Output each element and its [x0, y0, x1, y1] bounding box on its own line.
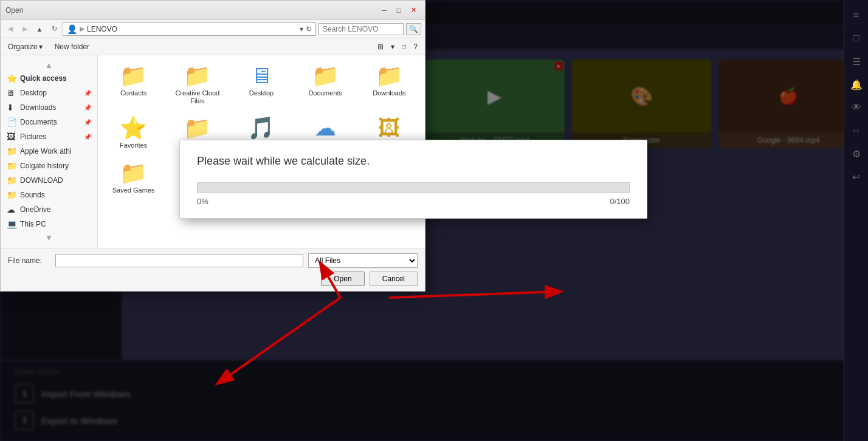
dialog-minimize-button[interactable]: ─	[377, 4, 391, 17]
media-item-3[interactable]: 🎨 Kinemaster	[572, 60, 712, 148]
progress-bar-container	[197, 182, 630, 193]
left-nav-apple-work[interactable]: 📁 Apple Work athi	[1, 144, 97, 159]
export-to-windows-row[interactable]: ⬆ Export to Windows	[15, 407, 853, 434]
documents-icon: 📄	[7, 117, 16, 127]
pin-icon-pictures: 📌	[84, 134, 91, 140]
creative-cloud-icon: 📁	[184, 65, 211, 87]
left-nav-onedrive[interactable]: ☁ OneDrive	[1, 202, 97, 217]
left-nav-this-pc[interactable]: 💻 This PC	[1, 217, 97, 231]
progress-labels: 0% 0/100	[197, 197, 630, 206]
progress-count: 0/100	[610, 197, 630, 206]
right-sidebar: ≡ □ ☰ 🔔 👁 ↔ ⚙ ↩	[844, 0, 868, 441]
pin-icon-desktop: 📌	[84, 90, 91, 97]
left-nav-sounds[interactable]: 📁 Sounds	[1, 188, 97, 202]
dialog-title: Open	[5, 6, 23, 15]
nav-refresh-button[interactable]: ↻	[48, 23, 60, 35]
right-sidebar-icon-4[interactable]: 👁	[847, 98, 866, 117]
pictures-folder-icon: 🖼	[378, 117, 400, 139]
saved-games-label: Saved Games	[112, 186, 155, 194]
right-sidebar-icon-3[interactable]: 🔔	[847, 75, 866, 94]
favorites-icon: ⭐	[120, 117, 147, 139]
dialog-nav-bar: ◀ ▶ ▲ ↻ 👤 ▶ LENOVO ▾ ↻ 🔍	[1, 20, 425, 38]
favorites-label: Favorites	[120, 142, 147, 149]
open-button[interactable]: Open	[321, 272, 364, 286]
left-nav-documents[interactable]: 📄 Documents 📌	[1, 115, 97, 129]
dialog-close-button[interactable]: ✕	[407, 4, 420, 17]
filetype-select[interactable]: All Files	[308, 253, 418, 268]
right-sidebar-icon-0[interactable]: ≡	[847, 6, 866, 24]
organize-button[interactable]: Organize ▾	[5, 41, 45, 52]
progress-message: Please wait while we calculate size.	[197, 155, 630, 168]
address-bar[interactable]: 👤 ▶ LENOVO ▾ ↻	[63, 22, 316, 36]
right-sidebar-icon-2[interactable]: ☰	[847, 52, 866, 70]
filename-label: File name:	[8, 256, 50, 265]
file-item-saved-games[interactable]: 📁 Saved Games	[104, 159, 163, 198]
music-icon: 🎵	[247, 117, 275, 139]
file-item-desktop[interactable]: 🖥 Desktop	[232, 61, 291, 109]
scroll-down-indicator: ▼	[1, 231, 97, 244]
file-item-favorites[interactable]: ⭐ Favorites	[104, 114, 163, 153]
quick-access-icon: ⭐	[7, 74, 16, 83]
nav-forward-button[interactable]: ▶	[19, 23, 31, 35]
this-pc-icon: 💻	[7, 219, 16, 229]
left-nav-colgate[interactable]: 📁 Colgate history	[1, 159, 97, 173]
search-input[interactable]	[319, 23, 404, 35]
file-item-documents[interactable]: 📁 Documents	[296, 61, 355, 109]
dialog-action-row: Open Cancel	[8, 272, 418, 286]
media-item-4[interactable]: 🍎 Google - 9684.mp4	[718, 60, 858, 148]
dialog-toolbar: Organize ▾ New folder ⊞ ▾ □ ?	[1, 38, 425, 55]
import-from-windows-row[interactable]: ⬇ Import From Windows	[15, 380, 853, 407]
view-details-button[interactable]: ▾	[388, 41, 397, 52]
new-folder-button[interactable]: New folder	[52, 41, 92, 52]
view-toggle-button[interactable]: ⊞	[375, 41, 386, 52]
documents-label: Documents	[308, 89, 342, 97]
media-title-4: Google - 9684.mp4	[718, 132, 858, 148]
address-icon: 👤	[67, 24, 77, 34]
apple-work-icon: 📁	[7, 146, 16, 156]
desktop-label: Desktop	[249, 89, 274, 97]
downloads-folder-icon: 📁	[376, 65, 403, 87]
right-sidebar-icon-7[interactable]: ↩	[847, 168, 866, 186]
desktop-folder-icon: 🖥	[250, 65, 272, 87]
media-item-2[interactable]: ▶ ● Youtube - 27477.mp4	[425, 60, 565, 148]
export-to-windows-label: Export to Windows	[41, 415, 117, 426]
preview-button[interactable]: □	[399, 41, 408, 52]
import-export-label: Import / Export	[15, 368, 853, 375]
cancel-button[interactable]: Cancel	[370, 272, 418, 286]
dialog-maximize-button[interactable]: □	[392, 4, 405, 17]
address-dropdown-button[interactable]: ▾	[300, 25, 303, 33]
contacts-folder-label: Contacts	[120, 89, 146, 97]
colgate-icon: 📁	[7, 161, 16, 171]
onedrive-icon: ☁	[7, 205, 16, 214]
dialog-titlebar: Open ─ □ ✕	[1, 1, 425, 20]
search-button[interactable]: 🔍	[406, 23, 421, 35]
file-item-contacts[interactable]: 📁 Contacts	[104, 61, 163, 109]
filename-row: File name: All Files	[8, 253, 418, 268]
saved-games-icon: 📁	[120, 162, 147, 184]
scroll-up-indicator: ▲	[1, 59, 97, 71]
nav-up-button[interactable]: ▲	[33, 23, 46, 35]
left-nav-pictures[interactable]: 🖼 Pictures 📌	[1, 129, 97, 144]
left-nav-desktop[interactable]: 🖥 Desktop 📌	[1, 86, 97, 100]
downloads-label: Downloads	[373, 89, 405, 97]
left-nav-download-folder[interactable]: 📁 DOWNLOAD	[1, 173, 97, 188]
file-item-downloads[interactable]: 📁 Downloads	[360, 61, 419, 109]
address-refresh-button[interactable]: ↻	[306, 25, 312, 33]
creative-cloud-label: Creative Cloud Files	[171, 89, 223, 105]
filename-input[interactable]	[55, 254, 303, 267]
left-nav-downloads[interactable]: ⬇ Downloads 📌	[1, 100, 97, 115]
pin-icon-downloads: 📌	[84, 104, 91, 111]
right-sidebar-icon-6[interactable]: ⚙	[847, 145, 866, 163]
import-icon: ⬇	[15, 384, 34, 403]
dialog-left-nav: ▲ ⭐ Quick access 🖥 Desktop 📌 ⬇ Downloads…	[1, 55, 98, 248]
address-path: LENOVO	[87, 25, 117, 33]
contacts-folder-icon: 📁	[120, 65, 147, 87]
right-sidebar-icon-5[interactable]: ↔	[847, 121, 866, 140]
downloads-icon: ⬇	[7, 103, 16, 112]
nav-back-button[interactable]: ◀	[4, 23, 16, 35]
help-button[interactable]: ?	[411, 41, 420, 52]
dialog-bottom: File name: All Files Open Cancel	[1, 248, 425, 291]
file-item-creative-cloud[interactable]: 📁 Creative Cloud Files	[168, 61, 227, 109]
right-sidebar-icon-1[interactable]: □	[847, 29, 866, 47]
left-nav-quick-access: ⭐ Quick access	[1, 71, 97, 86]
